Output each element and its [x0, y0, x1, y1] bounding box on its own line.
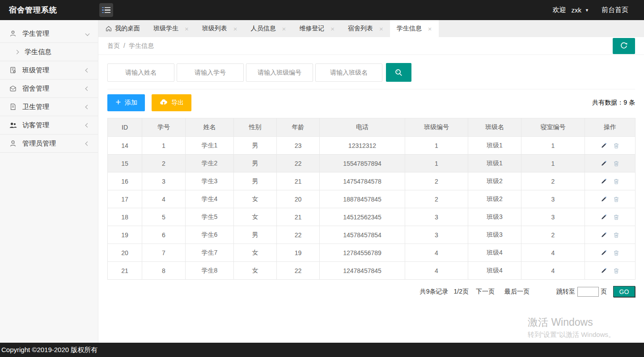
next-page-link[interactable]: 下一页	[476, 288, 495, 296]
actions-cell	[585, 262, 636, 280]
delete-icon[interactable]	[613, 178, 620, 185]
table-cell: 3	[405, 208, 468, 226]
table-cell: 2	[142, 155, 186, 172]
class-no-search-input[interactable]	[246, 63, 313, 82]
chevron-left-icon	[85, 123, 90, 127]
table-cell: 学生5	[186, 208, 234, 226]
table-cell: 1	[405, 155, 468, 172]
delete-icon[interactable]	[613, 231, 620, 239]
sidebar-item-visitor[interactable]: 访客管理	[0, 116, 98, 134]
table-cell: 21	[108, 262, 142, 280]
table-cell: 1	[521, 155, 585, 172]
menu-toggle-button[interactable]	[99, 3, 113, 17]
app-window: 宿舍管理系统 欢迎 zxk ▼ 前台首页 学生管理学生信息班级管理宿舍管理卫生管…	[0, 0, 644, 357]
close-icon[interactable]: ×	[233, 25, 237, 33]
actions-cell	[585, 172, 636, 190]
table-row: 174学生4女20188784578452班级23	[108, 190, 636, 208]
delete-icon[interactable]	[613, 249, 620, 256]
table-cell: 4	[521, 244, 585, 262]
refresh-button[interactable]	[613, 38, 635, 54]
table-cell: 23	[277, 137, 320, 155]
close-icon[interactable]: ×	[185, 25, 189, 33]
delete-icon[interactable]	[613, 196, 620, 203]
table-cell: 3	[405, 226, 468, 244]
table-cell: 班级4	[468, 262, 521, 280]
refresh-icon	[619, 41, 628, 51]
name-search-input[interactable]	[107, 63, 174, 82]
table-cell: 班级1	[468, 155, 521, 172]
export-button[interactable]: 导出	[152, 94, 191, 111]
search-button[interactable]	[386, 63, 411, 82]
sidebar-item-label: 访客管理	[22, 121, 49, 130]
table-cell: 14	[108, 137, 142, 155]
column-header: 电话	[320, 118, 405, 137]
column-header: 性别	[234, 118, 277, 137]
table-cell: 班级4	[468, 244, 521, 262]
chevron-left-icon	[85, 105, 90, 109]
table-cell: 6	[142, 226, 186, 244]
column-header: 年龄	[277, 118, 320, 137]
edit-icon[interactable]	[601, 267, 607, 274]
table-cell: 班级3	[468, 226, 521, 244]
class-name-search-input[interactable]	[315, 63, 382, 82]
table-cell: 3	[521, 208, 585, 226]
tab-class-students[interactable]: 班级学生×	[147, 20, 195, 37]
search-row	[107, 63, 635, 82]
student-no-search-input[interactable]	[177, 63, 244, 82]
sidebar-item-hygiene[interactable]: 卫生管理	[0, 98, 98, 116]
actions-cell	[585, 190, 636, 208]
column-header: 操作	[585, 118, 636, 137]
close-icon[interactable]: ×	[428, 25, 432, 33]
delete-icon[interactable]	[613, 267, 620, 274]
last-page-link[interactable]: 最后一页	[504, 288, 530, 296]
edit-icon[interactable]	[601, 231, 607, 238]
username: zxk	[572, 6, 582, 14]
tab-class-list[interactable]: 班级列表×	[195, 20, 244, 37]
edit-icon[interactable]	[601, 160, 607, 167]
table-cell: 12784556789	[320, 244, 405, 262]
close-icon[interactable]: ×	[379, 25, 383, 33]
table-cell: 4	[405, 244, 468, 262]
chevron-left-icon	[85, 86, 90, 91]
sidebar-item-class[interactable]: 班级管理	[0, 61, 98, 80]
front-home-link[interactable]: 前台首页	[602, 6, 628, 14]
close-icon[interactable]: ×	[282, 25, 286, 33]
delete-icon[interactable]	[613, 214, 620, 221]
table-row: 185学生5女21145125623453班级33	[108, 208, 636, 226]
delete-icon[interactable]	[613, 160, 620, 167]
admin-user-icon	[9, 139, 18, 147]
jump-page-input[interactable]	[577, 287, 599, 297]
user-menu[interactable]: 欢迎 zxk ▼	[553, 6, 589, 14]
jump-label: 跳转至	[556, 288, 575, 296]
tab-desktop[interactable]: 我的桌面	[98, 20, 147, 37]
hamburger-icon	[102, 7, 110, 8]
cloud-upload-icon	[159, 98, 168, 108]
table-cell: 女	[234, 208, 277, 226]
tab-repair[interactable]: 维修登记×	[292, 20, 341, 37]
sidebar-item-dorm[interactable]: 宿舍管理	[0, 80, 98, 98]
mail-icon	[9, 84, 18, 92]
close-icon[interactable]: ×	[330, 25, 335, 33]
edit-icon[interactable]	[601, 249, 607, 256]
table-cell: 学生8	[186, 262, 234, 280]
delete-icon[interactable]	[613, 142, 620, 149]
breadcrumb-home[interactable]: 首页	[107, 42, 120, 49]
sidebar-item-label: 宿舍管理	[22, 84, 49, 93]
edit-icon[interactable]	[601, 196, 607, 202]
tab-personnel[interactable]: 人员信息×	[244, 20, 293, 37]
table-cell: 14512562345	[320, 208, 405, 226]
sidebar-item-admin[interactable]: 管理员管理	[0, 134, 98, 153]
sidebar-item-student[interactable]: 学生管理	[0, 25, 98, 43]
tab-student-info[interactable]: 学生信息×	[390, 20, 439, 37]
sidebar-subitem-student-info[interactable]: 学生信息	[0, 43, 98, 61]
edit-icon[interactable]	[601, 178, 607, 185]
edit-icon[interactable]	[601, 142, 607, 149]
edit-icon[interactable]	[601, 214, 607, 220]
total-count: 共有数据：9 条	[592, 99, 635, 107]
table-cell: 5	[142, 208, 186, 226]
column-header: 学号	[142, 118, 186, 137]
tab-dorm-list[interactable]: 宿舍列表×	[341, 20, 390, 37]
add-button[interactable]: 添加	[107, 94, 145, 111]
app-title: 宿舍管理系统	[0, 5, 98, 15]
go-button[interactable]: GO	[613, 286, 635, 297]
